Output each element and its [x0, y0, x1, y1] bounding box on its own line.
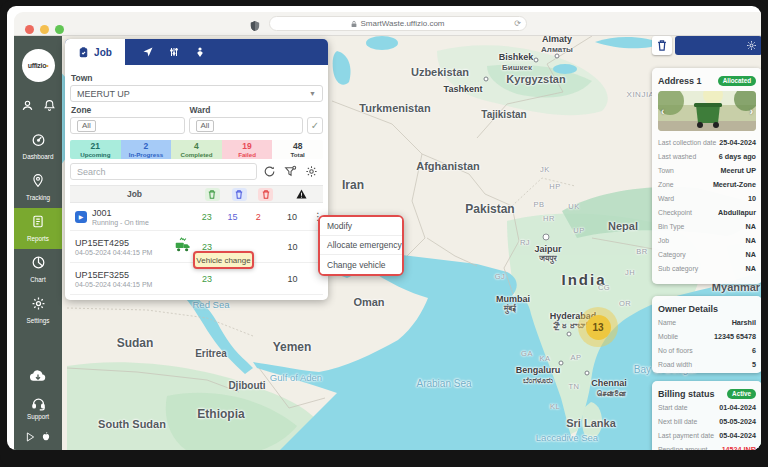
job-row-main: UP15ET429504-05-2024 04:44:15 PM [70, 237, 194, 257]
map-label-jk: JK [540, 165, 550, 174]
detail-row: Next bill date05-05-2024 [658, 414, 756, 428]
stat-completed[interactable]: 4Completed [171, 140, 222, 159]
tab-person-pin-icon[interactable] [187, 46, 213, 58]
stat-label: Failed [238, 151, 256, 158]
bin-photo[interactable]: ‹ › [658, 91, 756, 131]
refresh-page-icon[interactable]: ⟳ [514, 19, 521, 28]
user-icon[interactable] [21, 98, 34, 116]
billing-title: Billing status [658, 389, 715, 399]
job-row-main: UP15EF325504-05-2024 04:44:15 PM [70, 270, 194, 288]
map-label-red-sea: Red Sea [193, 299, 230, 310]
filter-icon[interactable] [282, 163, 299, 180]
lock-icon [351, 20, 357, 28]
delete-bin-button[interactable] [652, 36, 672, 55]
map-label-tashkent: Tashkent [444, 84, 483, 94]
zone-value-chip: All [77, 120, 96, 132]
minimize-window-button[interactable] [40, 25, 49, 34]
billing-rows: Start date01-04-2024Next bill date05-05-… [658, 400, 756, 450]
job-count-c4: 10 [271, 242, 313, 252]
sidebar-item-label: Settings [27, 317, 50, 324]
map-label-laccadive-sea: Laccadive Sea [536, 432, 598, 443]
context-menu-item-allocate-emergency[interactable]: Allocate emergency [320, 236, 402, 255]
job-count-c1: 23 [194, 274, 220, 284]
map-label-chennai: Chennai [591, 378, 627, 388]
play-store-icon[interactable] [26, 428, 35, 446]
detail-label: Last payment date [658, 432, 714, 439]
panel-gear-icon[interactable] [746, 37, 757, 55]
sidebar-item-dashboard[interactable]: Dashboard [14, 126, 62, 167]
cloud-download-icon[interactable] [28, 368, 48, 388]
tab-sliders-icon[interactable] [161, 46, 187, 58]
detail-label: Sub category [658, 265, 698, 272]
close-window-button[interactable] [25, 25, 34, 34]
tab-job[interactable]: Job [65, 39, 125, 65]
privacy-shield-icon[interactable] [250, 18, 260, 36]
stat-label: Upcoming [80, 151, 110, 158]
map-label-nepal: Nepal [608, 220, 638, 232]
notifications-bell-icon[interactable] [43, 98, 56, 116]
detail-value: 6 days ago [719, 152, 756, 161]
map-label-gj: GJ [495, 272, 506, 281]
sidebar-item-support[interactable]: Support [14, 396, 62, 420]
zone-select[interactable]: All [70, 117, 185, 134]
search-input[interactable] [70, 163, 257, 180]
settings-gear-icon[interactable] [303, 163, 320, 180]
url-bar[interactable]: SmartWaste.uffizio.com ⟳ [269, 16, 527, 31]
job-row-text: UP15EF325504-05-2024 04:44:15 PM [75, 270, 152, 288]
warning-icon [296, 185, 307, 203]
stat-label: Completed [180, 151, 212, 158]
owner-title: Owner Details [658, 304, 718, 314]
detail-row: Last payment date05-04-2024 [658, 428, 756, 442]
sidebar-item-label: Dashboard [23, 153, 54, 160]
carousel-next-icon[interactable]: › [750, 106, 753, 117]
stat-count: 21 [91, 142, 100, 151]
sidebar-item-reports[interactable]: Reports [14, 208, 62, 249]
map-label-bengaluru: Bengaluru [516, 365, 561, 375]
owner-rows: NameHarshilMobile12345 65478No of floors… [658, 315, 756, 371]
carousel-prev-icon[interactable]: ‹ [661, 106, 664, 117]
map-label-ethiopia: Ethiopia [197, 407, 244, 421]
red-bin-icon [258, 188, 273, 201]
town-label: Town [71, 73, 323, 83]
stat-failed[interactable]: 19Failed [222, 140, 273, 159]
map-label-djibouti: Djibouti [228, 380, 265, 391]
map-label-south-sudan: South Sudan [98, 418, 166, 430]
map-label-gulf-of-aden: Gulf of Aden [270, 372, 322, 383]
green-bin-icon [205, 188, 220, 201]
map-cluster-marker[interactable]: 13 [578, 307, 618, 347]
stat-in-progress[interactable]: 2In-Progress [121, 140, 172, 159]
detail-label: Last washed [658, 153, 696, 160]
detail-row: Road width5 [658, 357, 756, 371]
context-menu-item-modify[interactable]: Modify [320, 217, 402, 236]
sidebar-item-chart[interactable]: Chart [14, 249, 62, 290]
context-menu-item-change-vehicle[interactable]: Change vehicle [320, 255, 402, 274]
detail-label: Job [658, 237, 669, 244]
sidebar-item-settings[interactable]: Settings [14, 290, 62, 331]
sidebar-item-tracking[interactable]: Tracking [14, 167, 62, 208]
apple-icon[interactable] [41, 428, 51, 446]
refresh-icon[interactable] [261, 163, 278, 180]
maximize-window-button[interactable] [55, 25, 64, 34]
vehicle-change-truck-icon[interactable] [174, 237, 192, 257]
detail-panel-toolbar [675, 36, 761, 55]
job-count-c4: 10 [271, 274, 313, 284]
town-select[interactable]: MEERUT UP ▼ [70, 85, 323, 102]
url-text: SmartWaste.uffizio.com [360, 19, 444, 28]
uffizio-logo[interactable]: uffizio• [22, 49, 55, 82]
stat-upcoming[interactable]: 21Upcoming [70, 140, 121, 159]
detail-label: No of floors [658, 347, 693, 354]
city-dot [555, 54, 560, 59]
ward-select[interactable]: All [189, 117, 304, 134]
map-label-சென்னை: சென்னை [596, 389, 626, 399]
detail-value: Harshil [732, 318, 756, 327]
detail-label: Category [658, 251, 686, 258]
cluster-count: 13 [586, 315, 611, 340]
apply-filters-button[interactable]: ✓ [307, 117, 323, 134]
job-count-c3: 2 [245, 212, 271, 222]
tab-navigation-icon[interactable] [135, 46, 161, 58]
job-row-text: UP15ET429504-05-2024 04:44:15 PM [75, 238, 152, 256]
stat-total[interactable]: 48Total [272, 140, 323, 159]
detail-value: 5 [752, 360, 756, 369]
city-dot [567, 332, 572, 337]
table-row[interactable]: ▶J001Running - On time2315210⋮ [70, 203, 323, 231]
